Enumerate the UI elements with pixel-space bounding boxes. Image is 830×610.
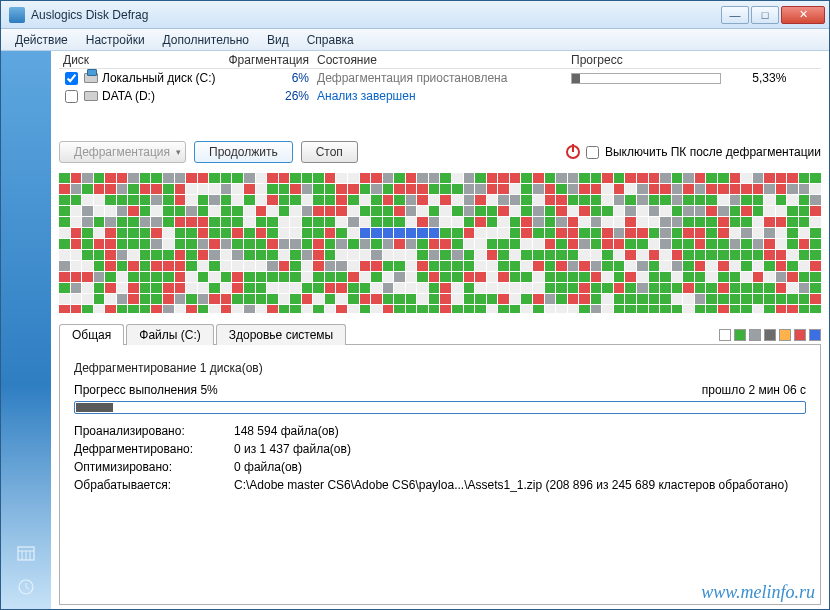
tab-general[interactable]: Общая (59, 324, 124, 345)
defragged-value: 0 из 1 437 файла(ов) (234, 442, 806, 456)
menu-settings[interactable]: Настройки (78, 31, 153, 49)
disk-name: DATA (D:) (102, 89, 155, 103)
tab-files[interactable]: Файлы (C:) (126, 324, 213, 345)
legend-swatch (794, 329, 806, 341)
frag-value: 26% (227, 89, 317, 103)
power-icon (566, 145, 580, 159)
shutdown-checkbox[interactable] (586, 146, 599, 159)
row-progress: 5,33% (567, 71, 821, 85)
minimize-button[interactable]: — (721, 6, 749, 24)
menu-help[interactable]: Справка (299, 31, 362, 49)
svg-line-7 (26, 587, 29, 589)
menu-advanced[interactable]: Дополнительно (155, 31, 257, 49)
disk-checkbox[interactable] (65, 90, 78, 103)
disk-row[interactable]: DATA (D:)26%Анализ завершен (59, 87, 821, 105)
drive-icon (84, 73, 98, 83)
optimized-label: Оптимизировано: (74, 460, 234, 474)
tab-health[interactable]: Здоровье системы (216, 324, 347, 345)
legend-swatch (719, 329, 731, 341)
disk-list-header: Диск Фрагментация Состояние Прогресс (59, 51, 821, 69)
resume-button[interactable]: Продолжить (194, 141, 293, 163)
main-panel: Диск Фрагментация Состояние Прогресс Лок… (51, 51, 829, 609)
legend-swatch (809, 329, 821, 341)
stop-button[interactable]: Стоп (301, 141, 358, 163)
legend-swatch (749, 329, 761, 341)
col-disk[interactable]: Диск (59, 53, 227, 67)
elapsed-label: прошло 2 мин 06 с (702, 383, 806, 397)
state-value: Анализ завершен (317, 89, 567, 103)
close-button[interactable]: ✕ (781, 6, 825, 24)
menu-view[interactable]: Вид (259, 31, 297, 49)
col-frag[interactable]: Фрагментация (227, 53, 317, 67)
overall-progress (74, 401, 806, 414)
schedule-icon[interactable] (16, 543, 36, 563)
maximize-button[interactable]: □ (751, 6, 779, 24)
disk-row[interactable]: Локальный диск (C:)6%Дефрагментация прио… (59, 69, 821, 87)
controls-row: Дефрагментация Продолжить Стоп Выключить… (59, 141, 821, 163)
analyzed-value: 148 594 файла(ов) (234, 424, 806, 438)
window-title: Auslogics Disk Defrag (31, 8, 721, 22)
clock-icon[interactable] (16, 577, 36, 597)
app-window: Auslogics Disk Defrag — □ ✕ Действие Нас… (0, 0, 830, 610)
info-heading: Дефрагментирование 1 диска(ов) (74, 361, 806, 375)
disk-checkbox[interactable] (65, 72, 78, 85)
cluster-map (59, 173, 821, 313)
drive-icon (84, 91, 98, 101)
tabs-row: Общая Файлы (C:) Здоровье системы (59, 323, 821, 345)
progress-label: Прогресс выполнения 5% (74, 383, 218, 397)
frag-value: 6% (227, 71, 317, 85)
legend-swatch (779, 329, 791, 341)
menubar: Действие Настройки Дополнительно Вид Спр… (1, 29, 829, 51)
legend-swatch (734, 329, 746, 341)
defragged-label: Дефрагментировано: (74, 442, 234, 456)
optimized-value: 0 файла(ов) (234, 460, 806, 474)
sidebar (1, 51, 51, 609)
col-state[interactable]: Состояние (317, 53, 567, 67)
info-panel: Дефрагментирование 1 диска(ов) Прогресс … (59, 345, 821, 605)
analyzed-label: Проанализировано: (74, 424, 234, 438)
app-icon (9, 7, 25, 23)
titlebar[interactable]: Auslogics Disk Defrag — □ ✕ (1, 1, 829, 29)
col-prog[interactable]: Прогресс (567, 53, 821, 67)
state-value: Дефрагментация приостановлена (317, 71, 567, 85)
legend (719, 329, 821, 344)
shutdown-label: Выключить ПК после дефрагментации (605, 145, 821, 159)
processing-label: Обрабатывается: (74, 478, 234, 492)
disk-name: Локальный диск (C:) (102, 71, 216, 85)
defrag-button[interactable]: Дефрагментация (59, 141, 186, 163)
menu-action[interactable]: Действие (7, 31, 76, 49)
legend-swatch (764, 329, 776, 341)
processing-value: C:\Adobe master CS6\Adobe CS6\payloa...\… (234, 478, 806, 492)
